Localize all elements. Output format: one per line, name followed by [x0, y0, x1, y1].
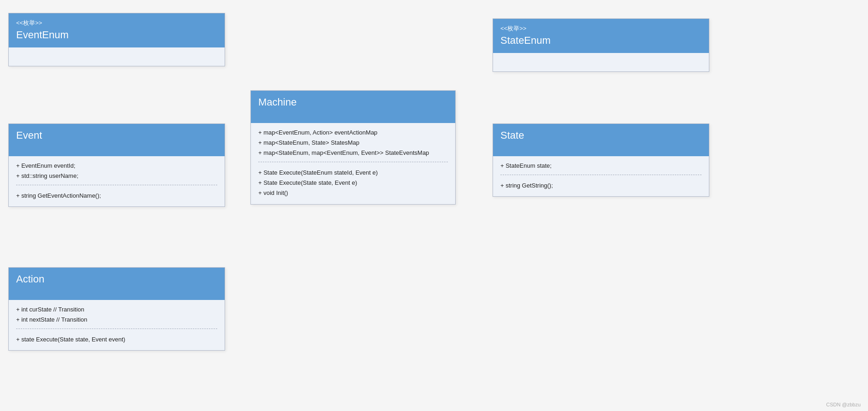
classname-event-enum: EventEnum: [16, 29, 217, 41]
field-item: + std::string userName;: [16, 171, 217, 181]
uml-body-event-enum: [9, 47, 225, 66]
stereotype-event-enum: <<枚举>>: [16, 19, 217, 27]
watermark: CSDN @zbbzu: [826, 402, 861, 407]
field-item: + int nextState // Transition: [16, 315, 217, 325]
fields-action: + int curState // Transition+ int nextSt…: [16, 305, 217, 329]
method-item: + void Init(): [258, 188, 448, 198]
field-item: + EventEnum eventId;: [16, 161, 217, 171]
fields-state: + StateEnum state;: [500, 161, 702, 175]
uml-box-state: State+ StateEnum state;+ string GetStrin…: [493, 123, 709, 197]
classname-machine: Machine: [258, 96, 448, 108]
methods-action: + state Execute(State state, Event event…: [16, 333, 217, 345]
uml-body-action: + int curState // Transition+ int nextSt…: [9, 300, 225, 350]
uml-box-event-enum: <<枚举>>EventEnum: [8, 13, 225, 66]
method-item: + string GetString();: [500, 181, 702, 191]
stereotype-state-enum: <<枚举>>: [500, 24, 702, 33]
method-item: + state Execute(State state, Event event…: [16, 335, 217, 345]
uml-header-machine: Machine: [251, 91, 455, 123]
uml-box-action: Action+ int curState // Transition+ int …: [8, 267, 225, 351]
fields-event: + EventEnum eventId;+ std::string userNa…: [16, 161, 217, 185]
uml-body-state-enum: [493, 53, 709, 71]
field-item: + StateEnum state;: [500, 161, 702, 171]
uml-body-event: + EventEnum eventId;+ std::string userNa…: [9, 156, 225, 206]
uml-header-action: Action: [9, 268, 225, 300]
classname-event: Event: [16, 129, 217, 141]
uml-header-state-enum: <<枚举>>StateEnum: [493, 19, 709, 53]
classname-state: State: [500, 129, 702, 141]
method-item: + State Execute(StateEnum stateId, Event…: [258, 168, 448, 178]
uml-header-event: Event: [9, 124, 225, 156]
uml-box-state-enum: <<枚举>>StateEnum: [493, 18, 709, 72]
method-item: + string GetEventActionName();: [16, 191, 217, 201]
uml-body-machine: + map<EventEnum, Action> eventActionMap+…: [251, 123, 455, 204]
uml-box-machine: Machine+ map<EventEnum, Action> eventAct…: [250, 90, 456, 205]
methods-event: + string GetEventActionName();: [16, 189, 217, 201]
field-item: + int curState // Transition: [16, 305, 217, 315]
uml-box-event: Event+ EventEnum eventId;+ std::string u…: [8, 123, 225, 207]
uml-header-event-enum: <<枚举>>EventEnum: [9, 13, 225, 47]
classname-state-enum: StateEnum: [500, 35, 702, 47]
field-item: + map<EventEnum, Action> eventActionMap: [258, 128, 448, 138]
uml-header-state: State: [493, 124, 709, 156]
fields-machine: + map<EventEnum, Action> eventActionMap+…: [258, 128, 448, 162]
methods-machine: + State Execute(StateEnum stateId, Event…: [258, 166, 448, 198]
field-item: + map<StateEnum, map<EventEnum, Event>> …: [258, 148, 448, 158]
method-item: + State Execute(State state, Event e): [258, 178, 448, 188]
canvas: <<枚举>>EventEnum<<枚举>>StateEnumEvent+ Eve…: [0, 0, 868, 411]
field-item: + map<StateEnum, State> StatesMap: [258, 138, 448, 148]
uml-body-state: + StateEnum state;+ string GetString();: [493, 156, 709, 196]
methods-state: + string GetString();: [500, 179, 702, 191]
classname-action: Action: [16, 273, 217, 285]
